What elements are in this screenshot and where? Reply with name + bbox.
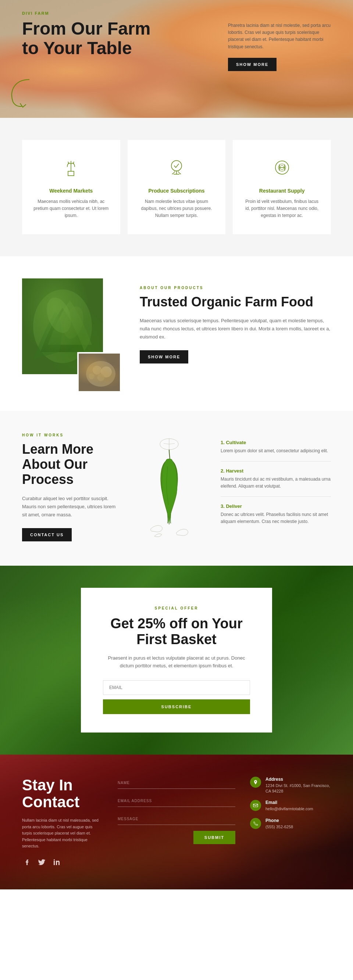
email-input[interactable]: [103, 680, 250, 695]
email-label: Email: [266, 800, 331, 805]
step-harvest-desc: Mauris tincidunt dui ac mi vestibulum, a…: [221, 476, 331, 490]
twitter-icon[interactable]: [37, 857, 47, 867]
email-info: Email hello@divifarmtotable.com: [266, 800, 331, 812]
hero-title: From Our Farm to Your Table: [22, 19, 162, 58]
process-section: HOW IT WORKS Learn More About Our Proces…: [0, 411, 353, 566]
process-step-deliver: 3. Deliver Donec ac ultrices velit. Phas…: [221, 497, 331, 532]
process-step-cultivate: 1. Cultivate Lorem ipsum dolor sit amet,…: [221, 433, 331, 461]
hero-description: Pharetra lacinia diam at nisl molestie, …: [228, 22, 331, 51]
service-title-weekend: Weekend Markets: [33, 188, 109, 194]
phone-icon: [250, 818, 261, 829]
address-value: 1234 Divi St. #1000, San Francisco, CA 9…: [266, 783, 331, 794]
about-secondary-image: [77, 352, 121, 393]
svg-point-15: [86, 361, 116, 387]
svg-point-17: [101, 366, 112, 377]
address-label: Address: [266, 777, 331, 782]
services-section: Weekend Markets Maecenas mollis vehicula…: [0, 118, 353, 256]
service-title-produce: Produce Subscriptions: [139, 188, 215, 194]
process-left: HOW IT WORKS Learn More About Our Proces…: [22, 433, 118, 541]
phone-value: (555) 352-6258: [266, 824, 331, 830]
address-icon: [250, 777, 261, 788]
hero-content: DIVI FARM From Our Farm to Your Table: [0, 0, 184, 76]
address-info: Address 1234 Divi St. #1000, San Francis…: [266, 777, 331, 794]
process-steps: 1. Cultivate Lorem ipsum dolor sit amet,…: [221, 433, 331, 532]
about-description: Maecenas varius scelerisque tempus. Pell…: [140, 317, 331, 341]
footer-description: Nullam lacinia diam ut nisl malesuada, s…: [22, 817, 103, 850]
service-title-restaurant: Restaurant Supply: [244, 188, 320, 194]
svg-rect-0: [68, 171, 74, 176]
special-offer-section: SPECIAL OFFER Get 25% off on Your First …: [0, 566, 353, 755]
about-title: Trusted Organic Farm Food: [140, 294, 331, 309]
phone-info: Phone (555) 352-6258: [266, 818, 331, 830]
hero-section: DIVI FARM From Our Farm to Your Table Ph…: [0, 0, 353, 118]
social-links: [22, 857, 103, 867]
submit-button[interactable]: SUBMIT: [193, 831, 235, 844]
facebook-icon[interactable]: [22, 857, 32, 867]
service-desc-weekend: Maecenas mollis vehicula nibh, ac pretiu…: [33, 198, 109, 220]
hero-show-more-button[interactable]: SHOW MORE: [228, 58, 277, 71]
svg-point-13: [60, 304, 87, 341]
svg-line-22: [164, 444, 169, 444]
service-card-produce-subscriptions: Produce Subscriptions Nam molestie lectu…: [128, 140, 226, 234]
svg-rect-26: [253, 804, 258, 807]
step-deliver-title: 3. Deliver: [221, 503, 331, 509]
offer-description: Praesent in purus et lectus vulputate pl…: [103, 654, 250, 670]
email-icon: [250, 800, 261, 811]
process-title: Learn More About Our Process: [22, 442, 118, 487]
about-section: ABOUT OUR PRODUCTS Trusted Organic Farm …: [0, 256, 353, 411]
svg-point-5: [171, 161, 182, 171]
step-cultivate-title: 1. Cultivate: [221, 440, 331, 445]
footer-left: Stay In Contact Nullam lacinia diam ut n…: [22, 777, 103, 867]
svg-point-18: [97, 374, 104, 381]
svg-point-19: [89, 374, 95, 379]
contact-address-item: Address 1234 Divi St. #1000, San Francis…: [250, 777, 331, 794]
service-desc-restaurant: Proin id velit vestibulum, finibus lacus…: [244, 198, 320, 220]
process-pepper-illustration: [132, 433, 206, 544]
produce-subscriptions-icon: [164, 155, 189, 180]
brand-label: DIVI FARM: [22, 11, 162, 16]
phone-label: Phone: [266, 818, 331, 823]
footer-inner: Stay In Contact Nullam lacinia diam ut n…: [22, 777, 331, 867]
special-offer-card: SPECIAL OFFER Get 25% off on Your First …: [81, 588, 272, 732]
offer-eyebrow: SPECIAL OFFER: [103, 606, 250, 610]
restaurant-supply-icon: [269, 155, 295, 180]
about-images: [22, 278, 125, 389]
service-card-weekend-markets: Weekend Markets Maecenas mollis vehicula…: [22, 140, 120, 234]
contact-phone-item: Phone (555) 352-6258: [250, 818, 331, 830]
svg-point-16: [93, 366, 101, 375]
svg-rect-24: [54, 861, 55, 865]
email-value: hello@divifarmtotable.com: [266, 806, 331, 812]
decorative-arrow: [7, 76, 37, 110]
subscribe-button[interactable]: SUBSCRIBE: [103, 699, 250, 714]
linkedin-icon[interactable]: [51, 857, 62, 867]
footer-section: Stay In Contact Nullam lacinia diam ut n…: [0, 755, 353, 889]
about-eyebrow: ABOUT OUR PRODUCTS: [140, 286, 331, 290]
footer-title: Stay In Contact: [22, 777, 103, 811]
process-contact-button[interactable]: CONTACT US: [22, 528, 72, 541]
svg-point-25: [54, 859, 55, 860]
hero-right-content: Pharetra lacinia diam at nisl molestie, …: [228, 22, 331, 71]
about-show-more-button[interactable]: SHOW MORE: [140, 350, 188, 363]
process-step-harvest: 2. Harvest Mauris tincidunt dui ac mi ve…: [221, 461, 331, 497]
service-card-restaurant-supply: Restaurant Supply Proin id velit vestibu…: [233, 140, 331, 234]
email-address-input[interactable]: [118, 795, 235, 807]
step-cultivate-desc: Lorem ipsum dolor sit amet, consectetur …: [221, 447, 331, 455]
message-input[interactable]: [118, 813, 235, 825]
weekend-markets-icon: [58, 155, 84, 180]
contact-form: SUBMIT: [118, 777, 235, 867]
name-input[interactable]: [118, 777, 235, 789]
svg-line-23: [169, 444, 175, 444]
step-harvest-title: 2. Harvest: [221, 468, 331, 474]
about-content: ABOUT OUR PRODUCTS Trusted Organic Farm …: [140, 278, 331, 364]
svg-point-12: [42, 294, 76, 336]
footer-contact-info: Address 1234 Divi St. #1000, San Francis…: [250, 777, 331, 867]
offer-title: Get 25% off on Your First Basket: [103, 616, 250, 648]
contact-email-item: Email hello@divifarmtotable.com: [250, 800, 331, 812]
service-desc-produce: Nam molestie lectus vitae ipsum dapibus,…: [139, 198, 215, 220]
process-description: Curabitur aliquet leo vel porttitor susc…: [22, 495, 118, 519]
step-deliver-desc: Donec ac ultrices velit. Phasellus facil…: [221, 511, 331, 525]
process-eyebrow: HOW IT WORKS: [22, 433, 118, 437]
svg-rect-14: [79, 353, 121, 393]
